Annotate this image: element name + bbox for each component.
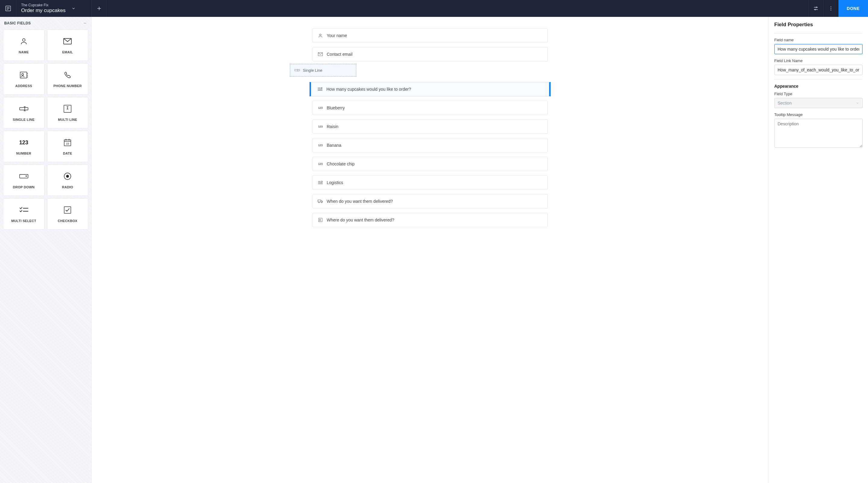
- section-icon: [318, 181, 323, 185]
- palette-phone[interactable]: PHONE NUMBER: [47, 63, 89, 95]
- field-raisin[interactable]: 123 Raisin: [313, 119, 548, 134]
- svg-point-11: [831, 8, 831, 9]
- svg-rect-43: [295, 70, 300, 71]
- field-label: Blueberry: [327, 105, 345, 110]
- palette-address[interactable]: ADDRESS: [3, 63, 44, 95]
- field-type-label: Field Type: [774, 92, 863, 96]
- palette-email[interactable]: EMAIL: [47, 30, 89, 61]
- palette-date[interactable]: 15 DATE: [47, 131, 89, 162]
- add-form-button[interactable]: [92, 0, 107, 17]
- field-blueberry[interactable]: 123 Blueberry: [313, 101, 548, 115]
- palette-number[interactable]: 123 NUMBER: [3, 131, 44, 162]
- field-label: Contact email: [327, 52, 352, 57]
- field-type-value: Section: [778, 101, 792, 105]
- palette-radio[interactable]: RADIO: [47, 164, 89, 196]
- basic-fields-header[interactable]: BASIC FIELDS: [0, 17, 91, 27]
- field-label: Logistics: [327, 180, 343, 185]
- field-delivery-address[interactable]: Where do you want them delivered?: [313, 213, 548, 227]
- svg-rect-51: [318, 200, 321, 202]
- field-name-label: Field name: [774, 38, 863, 42]
- chevron-down-icon: [856, 101, 859, 105]
- chevron-down-icon[interactable]: [71, 6, 76, 10]
- tooltip-message-label: Tooltip Message: [774, 112, 863, 117]
- field-palette-sidebar: BASIC FIELDS NAME EMAIL: [0, 17, 92, 483]
- palette-single-line[interactable]: SINGLE LINE: [3, 97, 44, 128]
- field-name-input[interactable]: [774, 44, 863, 54]
- field-label: How many cupcakes would you like to orde…: [327, 87, 411, 92]
- done-button[interactable]: DONE: [838, 0, 868, 17]
- drag-placeholder-label: Single Line: [303, 68, 322, 73]
- field-label: Chocolate chip: [327, 161, 355, 166]
- field-how-many-cupcakes[interactable]: How many cupcakes would you like to orde…: [310, 82, 551, 96]
- svg-text:15: 15: [66, 142, 69, 145]
- single-line-icon: [294, 68, 300, 72]
- field-label: Raisin: [327, 124, 338, 129]
- form-title: Order my cupcakes: [21, 7, 65, 13]
- settings-sliders-button[interactable]: [808, 0, 824, 17]
- field-your-name[interactable]: Your name: [313, 28, 548, 43]
- svg-point-12: [831, 10, 831, 10]
- svg-rect-34: [20, 174, 28, 178]
- palette-label: RADIO: [62, 185, 73, 189]
- svg-rect-21: [20, 107, 28, 110]
- field-banana[interactable]: 123 Banana: [313, 138, 548, 153]
- palette-dropdown[interactable]: DROP DOWN: [3, 164, 44, 196]
- topbar: The Cupcake Fix Order my cupcakes DONE: [0, 0, 868, 17]
- svg-point-9: [815, 9, 815, 10]
- dropdown-icon: [19, 171, 28, 181]
- collapse-icon[interactable]: [83, 21, 87, 25]
- palette-label: ADDRESS: [16, 84, 32, 88]
- person-icon: [318, 33, 323, 38]
- svg-point-52: [318, 202, 319, 203]
- svg-point-10: [831, 7, 831, 7]
- palette-label: SINGLE LINE: [13, 118, 35, 122]
- palette-label: PHONE NUMBER: [53, 84, 82, 88]
- palette-checkbox[interactable]: CHECKBOX: [47, 198, 89, 230]
- form-canvas: Your name Contact email Single Line H: [92, 17, 769, 483]
- more-vertical-button[interactable]: [824, 0, 838, 17]
- number-icon: 123: [19, 138, 28, 147]
- app-logo-icon[interactable]: [0, 0, 16, 17]
- checkbox-icon: [64, 205, 71, 215]
- multi-line-icon: [63, 104, 72, 114]
- field-contact-email[interactable]: Contact email: [313, 47, 548, 61]
- field-type-select[interactable]: Section: [774, 98, 863, 108]
- field-delivery-date[interactable]: When do you want them delivered?: [313, 194, 548, 208]
- palette-multiselect[interactable]: MULTI SELECT: [3, 198, 44, 230]
- app-subtitle: The Cupcake Fix: [21, 3, 65, 7]
- divider: [774, 79, 863, 79]
- field-chocolate-chip[interactable]: 123 Chocolate chip: [313, 157, 548, 171]
- palette-label: MULTI LINE: [58, 118, 77, 122]
- field-logistics[interactable]: Logistics: [313, 175, 548, 190]
- mail-icon: [63, 36, 72, 46]
- truck-icon: [318, 199, 323, 203]
- tooltip-message-input[interactable]: [774, 119, 863, 148]
- field-properties-panel: Field Properties Field name Field Link N…: [769, 17, 868, 483]
- number-icon: 123: [318, 125, 323, 128]
- palette-multi-line[interactable]: MULTI LINE: [47, 97, 89, 128]
- svg-point-14: [22, 39, 25, 41]
- form-title-block[interactable]: The Cupcake Fix Order my cupcakes: [16, 0, 92, 17]
- checklist-icon: [19, 205, 28, 215]
- address-card-icon: [20, 70, 28, 80]
- palette-label: NUMBER: [16, 152, 31, 155]
- divider: [774, 33, 863, 33]
- field-label: When do you want them delivered?: [327, 199, 393, 204]
- svg-point-7: [816, 7, 817, 8]
- palette-name[interactable]: NAME: [3, 30, 44, 61]
- mail-icon: [318, 52, 323, 56]
- field-label: Your name: [327, 33, 347, 38]
- field-link-name-input[interactable]: [774, 65, 863, 75]
- palette-label: NAME: [19, 50, 29, 54]
- palette-label: DROP DOWN: [13, 185, 35, 189]
- basic-fields-title: BASIC FIELDS: [4, 21, 31, 25]
- drag-placeholder-single-line[interactable]: Single Line: [290, 64, 356, 76]
- number-icon: 123: [318, 162, 323, 165]
- svg-rect-40: [64, 207, 71, 213]
- palette-label: EMAIL: [62, 50, 73, 54]
- number-icon: 123: [318, 144, 323, 147]
- palette-label: MULTI SELECT: [11, 219, 36, 223]
- svg-point-37: [66, 175, 69, 178]
- person-icon: [20, 36, 28, 46]
- address-icon: [318, 218, 323, 222]
